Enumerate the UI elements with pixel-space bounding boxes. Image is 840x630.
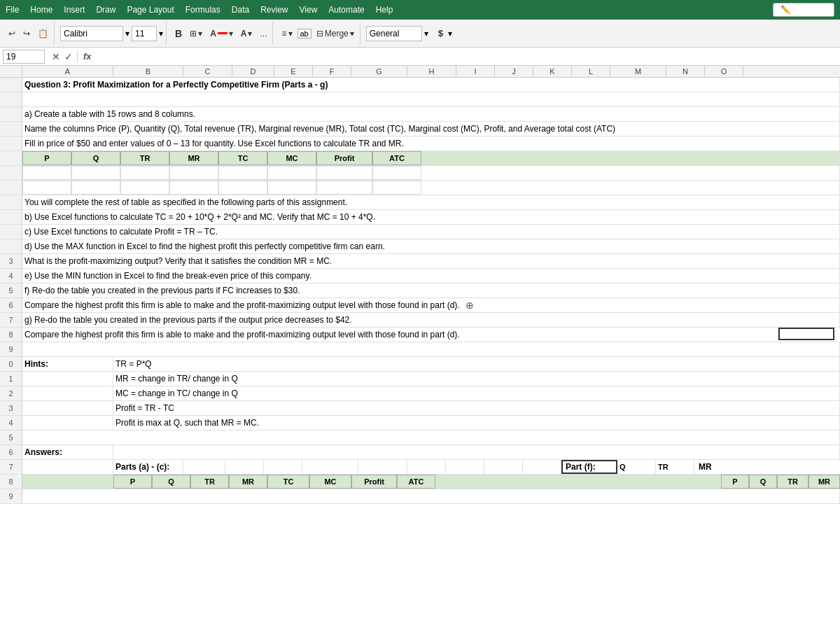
chevron-down-icon[interactable]: ▾ bbox=[448, 29, 452, 38]
menu-formulas[interactable]: Formulas bbox=[186, 5, 220, 15]
col-header-L: L bbox=[572, 66, 610, 77]
menu-page-layout[interactable]: Page Layout bbox=[127, 5, 174, 15]
table-data-MR[interactable] bbox=[169, 166, 218, 180]
table-data-ATC[interactable] bbox=[372, 181, 421, 195]
table-data-Q[interactable] bbox=[71, 181, 120, 195]
chevron-down-icon[interactable]: ▾ bbox=[350, 29, 354, 38]
fill-price-cell: Fill in price of $50 and enter values of… bbox=[22, 136, 840, 150]
hint-1-cell: TR = P*Q bbox=[113, 357, 840, 371]
undo-button[interactable]: ↩ bbox=[6, 27, 18, 40]
dollar-button[interactable]: $ bbox=[435, 27, 446, 40]
chevron-down-icon[interactable]: ▾ bbox=[248, 29, 252, 38]
mr-col-header: MR bbox=[694, 460, 716, 474]
empty-cell bbox=[421, 166, 840, 180]
empty-cell bbox=[358, 460, 407, 474]
cancel-formula-button[interactable]: ✕ bbox=[52, 51, 60, 62]
table-row: 8 Compare the highest profit this firm i… bbox=[0, 328, 840, 342]
formula-bar-controls: ✕ ✓ bbox=[48, 51, 78, 62]
redo-button[interactable]: ↪ bbox=[20, 27, 33, 40]
table-data-P[interactable] bbox=[22, 181, 71, 195]
hint-5-cell: Profit is max at Q, such that MR = MC. bbox=[113, 416, 840, 430]
table-row: 4 Profit is max at Q, such that MR = MC. bbox=[0, 416, 840, 430]
chevron-down-icon[interactable]: ▾ bbox=[229, 29, 233, 38]
menu-view[interactable]: View bbox=[300, 5, 318, 15]
table-data-Q[interactable] bbox=[71, 166, 120, 180]
table-data-TR[interactable] bbox=[120, 166, 169, 180]
table-data-Profit[interactable] bbox=[316, 166, 372, 180]
pencil-icon: ✏️ bbox=[780, 5, 791, 15]
row-number bbox=[0, 195, 22, 209]
part-f-label-text: Part (f): bbox=[566, 462, 596, 472]
editing-button[interactable]: ✏️ Editing ▾ bbox=[773, 3, 834, 17]
row-number: 7 bbox=[0, 313, 22, 327]
menu-help[interactable]: Help bbox=[376, 5, 393, 15]
menu-draw[interactable]: Draw bbox=[96, 5, 115, 15]
question-heading-cell[interactable]: Question 3: Profit Maximization for a Pe… bbox=[22, 78, 840, 92]
instruction-b-cell: b) Use Excel functions to calculate TC =… bbox=[22, 210, 840, 224]
table-row: 6 Answers: bbox=[0, 445, 840, 460]
menu-home[interactable]: Home bbox=[30, 5, 52, 15]
empty-cell bbox=[22, 372, 113, 386]
menu-insert[interactable]: Insert bbox=[64, 5, 85, 15]
row-number: 9 bbox=[0, 342, 22, 356]
empty-cell bbox=[523, 460, 561, 474]
ellipsis-button[interactable]: ... bbox=[257, 27, 270, 40]
wrap-button[interactable]: ⊞▾ bbox=[187, 27, 205, 40]
table-data-ATC[interactable] bbox=[372, 166, 421, 180]
row-number bbox=[0, 92, 22, 106]
col-header-J: J bbox=[495, 66, 533, 77]
fill-color-button[interactable]: A ▾ bbox=[207, 27, 236, 40]
name-columns-cell: Name the columns Price (P), Quantity (Q)… bbox=[22, 122, 840, 136]
menu-file[interactable]: File bbox=[6, 5, 19, 15]
table-data-MC[interactable] bbox=[267, 181, 316, 195]
empty-cell bbox=[225, 460, 264, 474]
merge-button[interactable]: ⊟ Merge ▾ bbox=[314, 27, 357, 40]
name-box[interactable] bbox=[3, 50, 45, 64]
empty-cell bbox=[302, 460, 358, 474]
table-col-MR: MR bbox=[169, 151, 218, 165]
table-row: 9 bbox=[0, 489, 840, 504]
table-data-TC[interactable] bbox=[218, 181, 267, 195]
table-col-TC: TC bbox=[218, 151, 267, 165]
font-color-icon: A bbox=[241, 29, 247, 38]
number-format-input[interactable] bbox=[366, 26, 422, 41]
bold-button[interactable]: B bbox=[172, 27, 185, 41]
font-family-input[interactable] bbox=[60, 26, 123, 41]
font-color-button[interactable]: A ▾ bbox=[238, 27, 255, 40]
empty-cell: TR bbox=[656, 460, 694, 474]
table-row: d) Use the MAX function in Excel to find… bbox=[0, 239, 840, 254]
formula-input[interactable] bbox=[97, 52, 837, 62]
row-number: 2 bbox=[0, 386, 22, 400]
ans-col-ATC: ATC bbox=[397, 475, 435, 489]
font-size-input[interactable] bbox=[132, 26, 157, 41]
table-col-TR: TR bbox=[120, 151, 169, 165]
confirm-formula-button[interactable]: ✓ bbox=[64, 51, 73, 62]
table-data-TC[interactable] bbox=[218, 166, 267, 180]
empty-cell bbox=[407, 460, 446, 474]
table-data-TR[interactable] bbox=[120, 181, 169, 195]
empty-cell bbox=[183, 460, 225, 474]
chevron-down-icon[interactable]: ▾ bbox=[125, 29, 130, 38]
empty-cell bbox=[484, 460, 523, 474]
table-row: 5 f) Re-do the table you created in the … bbox=[0, 284, 840, 298]
clipboard-icon[interactable]: 📋 bbox=[35, 27, 51, 40]
table-data-MC[interactable] bbox=[267, 166, 316, 180]
menu-review[interactable]: Review bbox=[260, 5, 288, 15]
chevron-down-icon[interactable]: ▾ bbox=[159, 29, 163, 38]
table-row: 1 MR = change in TR/ change in Q bbox=[0, 372, 840, 386]
table-row: c) Use Excel functions to calculate Prof… bbox=[0, 225, 840, 239]
ans-col-TR: TR bbox=[190, 475, 229, 489]
ans-col-MR: MR bbox=[229, 475, 267, 489]
table-row: 9 bbox=[0, 342, 840, 357]
align-button[interactable]: ≡▾ bbox=[279, 27, 295, 40]
chevron-down-icon[interactable]: ▾ bbox=[424, 29, 428, 38]
row-number: 5 bbox=[0, 284, 22, 298]
menu-automate[interactable]: Automate bbox=[328, 5, 364, 15]
table-row: 3 Profit = TR - TC bbox=[0, 401, 840, 416]
menu-data[interactable]: Data bbox=[232, 5, 249, 15]
row-number bbox=[0, 239, 22, 253]
chevron-down-icon[interactable]: ▾ bbox=[288, 29, 293, 38]
table-data-Profit[interactable] bbox=[316, 181, 372, 195]
table-data-MR[interactable] bbox=[169, 181, 218, 195]
table-data-P[interactable] bbox=[22, 166, 71, 180]
